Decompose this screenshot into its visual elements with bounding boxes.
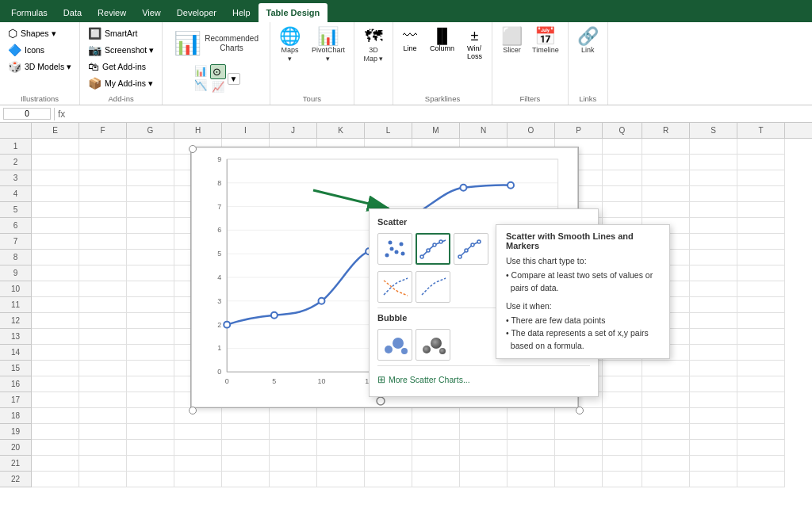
grid-cell[interactable]	[603, 392, 642, 408]
cell-reference-box[interactable]	[3, 108, 51, 120]
grid-cell[interactable]	[642, 170, 690, 186]
grid-cell[interactable]	[32, 392, 79, 408]
grid-cell[interactable]	[603, 472, 642, 487]
grid-cell[interactable]	[127, 361, 174, 376]
more-scatter-charts-link[interactable]: ⊞ More Scatter Charts...	[370, 369, 598, 390]
grid-cell[interactable]	[603, 456, 642, 472]
grid-cell[interactable]	[79, 218, 127, 234]
grid-cell[interactable]	[690, 170, 737, 186]
grid-cell[interactable]	[642, 456, 690, 472]
chart-handle-top-left[interactable]	[189, 145, 197, 153]
row-18[interactable]: 18	[0, 408, 32, 424]
grid-cell[interactable]	[174, 408, 222, 424]
grid-cell[interactable]	[690, 329, 737, 345]
grid-cell[interactable]	[174, 472, 222, 487]
grid-cell[interactable]	[508, 440, 555, 456]
grid-cell[interactable]	[555, 440, 603, 456]
grid-cell[interactable]	[32, 155, 79, 170]
grid-cell[interactable]	[79, 456, 127, 472]
grid-cell[interactable]	[79, 297, 127, 313]
grid-cell[interactable]	[79, 345, 127, 361]
grid-cell[interactable]	[127, 155, 174, 170]
grid-cell[interactable]	[127, 440, 174, 456]
grid-cell[interactable]	[555, 472, 603, 487]
getaddins-button[interactable]: 🛍 Get Add-ins	[85, 59, 157, 74]
grid-cell[interactable]	[737, 250, 785, 265]
grid-cell[interactable]	[642, 202, 690, 218]
column-sparkline-btn[interactable]: ▐▌ Column	[425, 25, 459, 55]
row-13[interactable]: 13	[0, 329, 32, 345]
col-header-o[interactable]: O	[508, 123, 555, 138]
grid-cell[interactable]	[317, 472, 365, 487]
grid-cell[interactable]	[32, 202, 79, 218]
grid-cell[interactable]	[737, 345, 785, 361]
grid-cell[interactable]	[690, 456, 737, 472]
grid-cell[interactable]	[642, 361, 690, 376]
grid-cell[interactable]	[127, 139, 174, 155]
grid-cell[interactable]	[79, 250, 127, 265]
grid-cell[interactable]	[317, 456, 365, 472]
grid-cell[interactable]	[127, 472, 174, 487]
grid-cell[interactable]	[270, 456, 317, 472]
grid-cell[interactable]	[365, 440, 412, 456]
grid-cell[interactable]	[737, 218, 785, 234]
scatter-dots-btn[interactable]	[377, 233, 412, 265]
3dmap-button[interactable]: 🗺 3D Map ▾	[359, 25, 388, 65]
grid-cell[interactable]	[642, 440, 690, 456]
grid-cell[interactable]	[79, 234, 127, 250]
grid-cell[interactable]	[32, 424, 79, 440]
grid-cell[interactable]	[32, 408, 79, 424]
grid-cell[interactable]	[690, 250, 737, 265]
row-20[interactable]: 20	[0, 440, 32, 456]
grid-cell[interactable]	[460, 440, 508, 456]
grid-cell[interactable]	[127, 329, 174, 345]
row-17[interactable]: 17	[0, 392, 32, 408]
grid-cell[interactable]	[642, 408, 690, 424]
tab-developer[interactable]: Developer	[169, 3, 224, 22]
bar-chart-btn[interactable]: 📉	[193, 78, 209, 92]
grid-cell[interactable]	[127, 265, 174, 281]
grid-cell[interactable]	[127, 170, 174, 186]
grid-cell[interactable]	[737, 392, 785, 408]
row-14[interactable]: 14	[0, 345, 32, 361]
grid-cell[interactable]	[460, 408, 508, 424]
grid-cell[interactable]	[737, 186, 785, 202]
grid-cell[interactable]	[127, 186, 174, 202]
col-header-p[interactable]: P	[555, 123, 603, 138]
screenshot-button[interactable]: 📷 Screenshot ▾	[85, 42, 157, 58]
row-1[interactable]: 1	[0, 139, 32, 155]
grid-cell[interactable]	[690, 202, 737, 218]
col-header-k[interactable]: K	[317, 123, 365, 138]
col-header-g[interactable]: G	[127, 123, 174, 138]
slicer-button[interactable]: ⬜ Slicer	[497, 25, 527, 56]
grid-cell[interactable]	[127, 408, 174, 424]
grid-cell[interactable]	[737, 361, 785, 376]
grid-cell[interactable]	[32, 376, 79, 392]
recommended-charts-button[interactable]: 📊 RecommendedCharts	[167, 25, 265, 61]
chart-handle-bottom[interactable]	[189, 407, 197, 414]
row-11[interactable]: 11	[0, 297, 32, 313]
icons-button[interactable]: 🔷 Icons	[5, 42, 75, 58]
grid-cell[interactable]	[555, 424, 603, 440]
grid-cell[interactable]	[642, 139, 690, 155]
row-4[interactable]: 4	[0, 186, 32, 202]
col-header-r[interactable]: R	[642, 123, 690, 138]
grid-cell[interactable]	[127, 218, 174, 234]
scatter-line3-btn[interactable]	[454, 233, 488, 265]
grid-cell[interactable]	[79, 472, 127, 487]
grid-cell[interactable]	[737, 281, 785, 297]
grid-cell[interactable]	[642, 472, 690, 487]
grid-cell[interactable]	[270, 424, 317, 440]
row-16[interactable]: 16	[0, 376, 32, 392]
grid-cell[interactable]	[460, 472, 508, 487]
chart-handle-bottom-right[interactable]	[576, 407, 584, 414]
grid-cell[interactable]	[737, 424, 785, 440]
grid-cell[interactable]	[690, 361, 737, 376]
grid-cell[interactable]	[508, 456, 555, 472]
grid-cell[interactable]	[32, 265, 79, 281]
grid-cell[interactable]	[412, 424, 460, 440]
grid-cell[interactable]	[270, 472, 317, 487]
grid-cell[interactable]	[690, 155, 737, 170]
grid-cell[interactable]	[317, 408, 365, 424]
grid-cell[interactable]	[79, 361, 127, 376]
